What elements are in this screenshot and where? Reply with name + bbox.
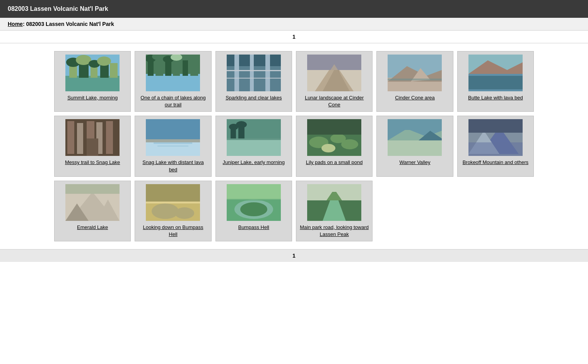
svg-rect-100 bbox=[307, 207, 323, 221]
svg-rect-27 bbox=[265, 55, 270, 91]
gallery-item-link[interactable]: Main park road, looking toward Lassen Pe… bbox=[299, 224, 369, 238]
svg-rect-89 bbox=[146, 184, 200, 202]
svg-rect-90 bbox=[146, 202, 200, 203]
gallery-item: Brokeoff Mountain and others bbox=[457, 116, 534, 176]
gallery-thumb bbox=[65, 184, 120, 221]
svg-rect-50 bbox=[87, 138, 98, 156]
svg-point-69 bbox=[321, 144, 335, 152]
svg-point-88 bbox=[175, 207, 194, 219]
svg-rect-49 bbox=[106, 121, 113, 154]
pagination-bottom: 1 bbox=[0, 249, 588, 262]
svg-rect-26 bbox=[250, 55, 254, 91]
svg-rect-85 bbox=[65, 184, 120, 194]
gallery-item-link[interactable]: Emerald Lake bbox=[77, 224, 108, 231]
svg-rect-79 bbox=[468, 119, 523, 133]
svg-rect-72 bbox=[388, 140, 442, 156]
gallery-item: Summit Lake, morning bbox=[54, 51, 131, 112]
gallery-thumb bbox=[227, 119, 281, 156]
gallery-item-link[interactable]: Summit Lake, morning bbox=[67, 94, 118, 101]
svg-rect-45 bbox=[67, 121, 74, 154]
gallery-thumb bbox=[307, 184, 361, 221]
svg-rect-25 bbox=[234, 55, 239, 91]
gallery-grid: Summit Lake, morning One of a chain of l… bbox=[54, 51, 534, 241]
breadcrumb-current: 082003 Lassen Volcanic Nat'l Park bbox=[26, 21, 114, 27]
svg-point-63 bbox=[236, 121, 247, 128]
svg-rect-46 bbox=[77, 123, 83, 154]
gallery-item-link[interactable]: Sparkling and clear lakes bbox=[226, 94, 282, 101]
svg-rect-101 bbox=[346, 207, 361, 221]
gallery-thumb bbox=[468, 55, 523, 91]
svg-rect-94 bbox=[227, 184, 281, 200]
gallery-item: Looking down on Bumpass Hell bbox=[135, 181, 211, 241]
gallery-item: Juniper Lake, early morning bbox=[215, 116, 292, 176]
gallery-item-link[interactable]: Messy trail to Snag Lake bbox=[65, 159, 120, 166]
gallery-thumb bbox=[388, 119, 442, 156]
gallery-item: Snag Lake with distant lava bed bbox=[135, 116, 211, 176]
main-content: Summit Lake, morning One of a chain of l… bbox=[0, 43, 588, 249]
gallery-item-link[interactable]: Bumpass Hell bbox=[238, 224, 269, 231]
svg-rect-17 bbox=[183, 60, 188, 76]
gallery-item: Butte Lake with lava bed bbox=[457, 51, 534, 112]
svg-rect-64 bbox=[227, 138, 281, 140]
svg-rect-6 bbox=[110, 63, 118, 78]
gallery-thumb bbox=[307, 55, 361, 91]
svg-point-10 bbox=[97, 56, 111, 66]
gallery-item: Lily pads on a small pond bbox=[296, 116, 373, 176]
gallery-item-link[interactable]: Juniper Lake, early morning bbox=[223, 159, 285, 166]
svg-rect-58 bbox=[227, 138, 281, 156]
page-number-top: 1 bbox=[292, 34, 296, 40]
svg-rect-80 bbox=[468, 142, 523, 156]
svg-rect-29 bbox=[227, 78, 281, 79]
gallery-thumb bbox=[227, 184, 281, 221]
gallery-thumb bbox=[227, 55, 281, 91]
svg-rect-95 bbox=[227, 199, 281, 201]
svg-rect-43 bbox=[468, 76, 523, 89]
gallery-thumb bbox=[146, 184, 200, 221]
svg-rect-1 bbox=[65, 76, 120, 91]
home-link[interactable]: Home bbox=[8, 21, 23, 27]
pagination-top: 1 bbox=[0, 31, 588, 43]
page-header: 082003 Lassen Volcanic Nat'l Park bbox=[0, 0, 588, 18]
gallery-item-link[interactable]: One of a chain of lakes along our trail bbox=[138, 94, 208, 108]
gallery-item: Messy trail to Snag Lake bbox=[54, 116, 131, 176]
svg-rect-18 bbox=[190, 58, 198, 76]
gallery-item-link[interactable]: Butte Lake with lava bed bbox=[468, 94, 523, 101]
gallery-item: Sparkling and clear lakes bbox=[215, 51, 292, 112]
svg-rect-28 bbox=[227, 70, 281, 71]
svg-rect-39 bbox=[388, 79, 442, 80]
gallery-thumb bbox=[146, 55, 200, 91]
gallery-item: Bumpass Hell bbox=[215, 181, 292, 241]
gallery-thumb bbox=[307, 119, 361, 156]
gallery-item-link[interactable]: Snag Lake with distant lava bed bbox=[138, 159, 208, 173]
svg-rect-74 bbox=[388, 119, 442, 130]
svg-point-87 bbox=[152, 203, 179, 219]
gallery-item: Cinder Cone area bbox=[376, 51, 453, 112]
gallery-item: Warner Valley bbox=[376, 116, 453, 176]
gallery-thumb bbox=[388, 55, 442, 91]
gallery-item-link[interactable]: Lunar landscape at Cinder Cone bbox=[299, 94, 369, 108]
gallery-item-link[interactable]: Brokeoff Mountain and others bbox=[463, 159, 528, 166]
gallery-item: Main park road, looking toward Lassen Pe… bbox=[296, 181, 373, 241]
gallery-thumb bbox=[65, 55, 120, 91]
svg-rect-70 bbox=[307, 119, 361, 135]
gallery-item-link[interactable]: Looking down on Bumpass Hell bbox=[138, 224, 208, 238]
gallery-item-link[interactable]: Cinder Cone area bbox=[395, 94, 435, 101]
gallery-item: Emerald Lake bbox=[54, 181, 131, 241]
svg-rect-54 bbox=[146, 119, 200, 139]
svg-rect-12 bbox=[146, 74, 200, 91]
gallery-item-link[interactable]: Warner Valley bbox=[399, 159, 430, 166]
gallery-item: Lunar landscape at Cinder Cone bbox=[296, 51, 373, 112]
breadcrumb-bar: Home: 082003 Lassen Volcanic Nat'l Park bbox=[0, 18, 588, 31]
gallery-item: One of a chain of lakes along our trail bbox=[135, 51, 211, 112]
page-number-bottom: 1 bbox=[292, 253, 296, 259]
svg-rect-56 bbox=[157, 145, 188, 147]
svg-rect-55 bbox=[154, 142, 192, 144]
svg-point-93 bbox=[240, 202, 267, 216]
gallery-thumb bbox=[146, 119, 200, 156]
gallery-thumb bbox=[65, 119, 120, 156]
gallery-thumb bbox=[468, 119, 523, 156]
svg-point-68 bbox=[341, 139, 358, 149]
header-title: 082003 Lassen Volcanic Nat'l Park bbox=[8, 5, 108, 12]
gallery-item-link[interactable]: Lily pads on a small pond bbox=[306, 159, 363, 166]
